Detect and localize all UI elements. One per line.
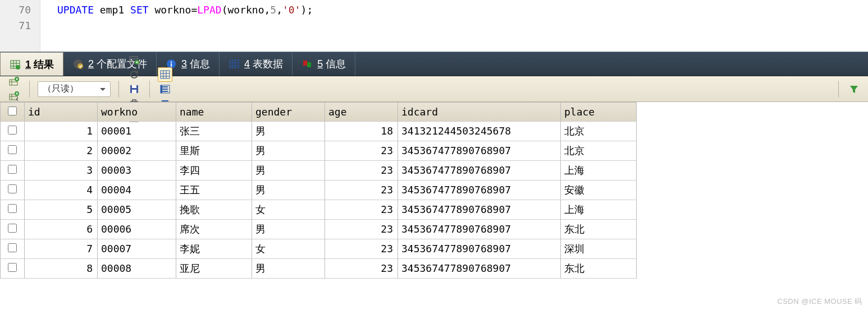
row-checkbox[interactable]	[8, 263, 17, 272]
cell-gender[interactable]: 女	[252, 239, 325, 259]
cell-age[interactable]: 18	[325, 122, 398, 141]
row-checkbox[interactable]	[8, 243, 17, 252]
cell-age[interactable]: 23	[325, 200, 398, 220]
form-view-icon[interactable]	[158, 82, 172, 96]
insert-row-icon[interactable]	[7, 75, 21, 89]
cell-workno[interactable]: 00005	[98, 200, 176, 220]
cell-place[interactable]: 安徽	[561, 181, 637, 200]
column-header[interactable]: workno	[98, 102, 176, 122]
row-checkbox-cell[interactable]	[0, 122, 25, 141]
row-checkbox-cell[interactable]	[0, 141, 25, 161]
select-all-header[interactable]	[0, 102, 25, 122]
cell-workno[interactable]: 00002	[98, 141, 176, 161]
column-header[interactable]: place	[561, 102, 637, 122]
cell-id[interactable]: 2	[25, 141, 98, 161]
cell-name[interactable]: 席次	[176, 220, 252, 239]
cell-name[interactable]: 李妮	[176, 239, 252, 259]
cell-gender[interactable]: 男	[252, 141, 325, 161]
insert-rows-icon[interactable]	[7, 89, 21, 104]
cell-gender[interactable]: 男	[252, 220, 325, 239]
result-tab[interactable]: 1 结果	[0, 52, 63, 76]
token: workno	[149, 4, 191, 16]
cell-idcard[interactable]: 345367477890768907	[398, 161, 561, 181]
cell-place[interactable]: 深圳	[561, 239, 637, 259]
refresh-icon[interactable]	[127, 67, 141, 82]
cell-id[interactable]: 7	[25, 239, 98, 259]
cell-place[interactable]: 北京	[561, 122, 637, 141]
row-checkbox-cell[interactable]	[0, 181, 25, 200]
result-tab[interactable]: 2 个配置文件	[63, 52, 157, 76]
add-row-icon[interactable]	[127, 53, 141, 67]
cell-idcard[interactable]: 345367477890768907	[398, 141, 561, 161]
cell-name[interactable]: 张三	[176, 122, 252, 141]
row-checkbox[interactable]	[8, 165, 17, 174]
cell-id[interactable]: 6	[25, 220, 98, 239]
cell-idcard[interactable]: 345367477890768907	[398, 259, 561, 279]
token: emp1	[94, 4, 130, 16]
row-checkbox-cell[interactable]	[0, 200, 25, 220]
cell-id[interactable]: 3	[25, 161, 98, 181]
cell-age[interactable]: 23	[325, 141, 398, 161]
cell-idcard[interactable]: 345367477890768907	[398, 200, 561, 220]
cell-age[interactable]: 23	[325, 239, 398, 259]
cell-gender[interactable]: 男	[252, 181, 325, 200]
cell-gender[interactable]: 男	[252, 161, 325, 181]
cell-place[interactable]: 北京	[561, 141, 637, 161]
cell-place[interactable]: 上海	[561, 161, 637, 181]
cell-place[interactable]: 上海	[561, 200, 637, 220]
column-header[interactable]: id	[25, 102, 98, 122]
cell-name[interactable]: 亚尼	[176, 259, 252, 279]
row-checkbox[interactable]	[8, 224, 17, 233]
cell-age[interactable]: 23	[325, 220, 398, 239]
column-header[interactable]: name	[176, 102, 252, 122]
column-header[interactable]: age	[325, 102, 398, 122]
result-grid[interactable]: idworknonamegenderageidcardplace100001张三…	[0, 102, 868, 279]
cell-gender[interactable]: 女	[252, 200, 325, 220]
row-checkbox[interactable]	[8, 145, 17, 154]
cell-id[interactable]: 4	[25, 181, 98, 200]
cell-age[interactable]: 23	[325, 181, 398, 200]
cell-idcard[interactable]: 345367477890768907	[398, 181, 561, 200]
column-header[interactable]: idcard	[398, 102, 561, 122]
cell-workno[interactable]: 00008	[98, 259, 176, 279]
cell-age[interactable]: 23	[325, 259, 398, 279]
sql-editor[interactable]: 7071 UPDATE emp1 SET workno=LPAD(workno,…	[0, 0, 868, 52]
cell-name[interactable]: 里斯	[176, 141, 252, 161]
filter-icon[interactable]	[847, 82, 861, 96]
cell-idcard[interactable]: 345367477890768907	[398, 239, 561, 259]
code-line[interactable]: UPDATE emp1 SET workno=LPAD(workno,5,'0'…	[57, 2, 868, 18]
row-checkbox[interactable]	[8, 126, 17, 135]
cell-name[interactable]: 挽歌	[176, 200, 252, 220]
cell-name[interactable]: 李四	[176, 161, 252, 181]
cell-workno[interactable]: 00007	[98, 239, 176, 259]
cell-workno[interactable]: 00001	[98, 122, 176, 141]
cell-workno[interactable]: 00006	[98, 220, 176, 239]
row-checkbox-cell[interactable]	[0, 220, 25, 239]
cell-id[interactable]: 8	[25, 259, 98, 279]
cell-workno[interactable]: 00003	[98, 161, 176, 181]
grid-view-icon[interactable]	[158, 67, 172, 82]
column-header[interactable]: gender	[252, 102, 325, 122]
cell-gender[interactable]: 男	[252, 122, 325, 141]
row-checkbox-cell[interactable]	[0, 259, 25, 279]
row-checkbox-cell[interactable]	[0, 161, 25, 181]
cell-workno[interactable]: 00004	[98, 181, 176, 200]
cell-id[interactable]: 5	[25, 200, 98, 220]
cell-name[interactable]: 王五	[176, 181, 252, 200]
cell-place[interactable]: 东北	[561, 259, 637, 279]
row-checkbox[interactable]	[8, 184, 17, 193]
cell-age[interactable]: 23	[325, 161, 398, 181]
edit-mode-dropdown[interactable]: （只读）	[38, 81, 111, 97]
cell-gender[interactable]: 男	[252, 259, 325, 279]
cell-idcard[interactable]: 341321244503245678	[398, 122, 561, 141]
cell-id[interactable]: 1	[25, 122, 98, 141]
cell-place[interactable]: 东北	[561, 220, 637, 239]
row-checkbox[interactable]	[8, 204, 17, 213]
cell-idcard[interactable]: 345367477890768907	[398, 220, 561, 239]
result-tab[interactable]: 4 表数据	[220, 52, 293, 76]
row-checkbox-cell[interactable]	[0, 239, 25, 259]
save-icon[interactable]	[127, 82, 141, 96]
editor-code[interactable]: UPDATE emp1 SET workno=LPAD(workno,5,'0'…	[40, 0, 868, 52]
select-all-checkbox[interactable]	[8, 107, 17, 115]
result-tab[interactable]: 5 信息	[293, 52, 355, 76]
